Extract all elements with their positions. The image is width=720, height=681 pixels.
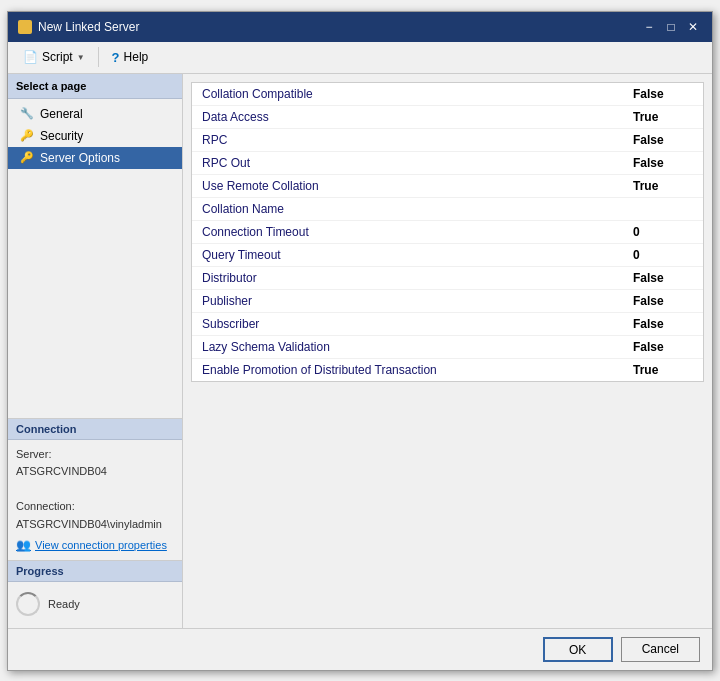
help-button[interactable]: ? Help xyxy=(105,47,156,68)
table-row: SubscriberFalse xyxy=(192,313,703,336)
content-area: Select a page 🔧 General 🔑 Security 🔑 Ser… xyxy=(8,74,712,628)
table-row: Use Remote CollationTrue xyxy=(192,175,703,198)
option-label: Data Access xyxy=(202,110,633,124)
table-row: RPCFalse xyxy=(192,129,703,152)
table-row: Collation CompatibleFalse xyxy=(192,83,703,106)
title-bar: New Linked Server − □ ✕ xyxy=(8,12,712,42)
connection-title: Connection xyxy=(8,419,182,440)
connection-label: Connection: xyxy=(16,500,75,512)
progress-content: Ready xyxy=(16,588,174,620)
script-dropdown-arrow: ▼ xyxy=(77,53,85,62)
main-panel: Collation CompatibleFalseData AccessTrue… xyxy=(183,74,712,628)
option-label: Distributor xyxy=(202,271,633,285)
connection-link-text: View connection properties xyxy=(35,539,167,551)
script-icon: 📄 xyxy=(23,50,38,64)
table-row: Query Timeout0 xyxy=(192,244,703,267)
cancel-button[interactable]: Cancel xyxy=(621,637,700,662)
option-value: False xyxy=(633,271,693,285)
server-label: Server: xyxy=(16,448,51,460)
security-icon: 🔑 xyxy=(20,129,34,142)
option-value: False xyxy=(633,133,693,147)
connection-info: Server: ATSGRCVINDB04 Connection: ATSGRC… xyxy=(16,446,174,534)
option-label: Query Timeout xyxy=(202,248,633,262)
general-icon: 🔧 xyxy=(20,107,34,120)
sidebar-item-security-label: Security xyxy=(40,129,83,143)
option-label: RPC Out xyxy=(202,156,633,170)
connection-section: Connection Server: ATSGRCVINDB04 Connect… xyxy=(8,418,182,560)
option-value: False xyxy=(633,340,693,354)
sidebar-item-server-options[interactable]: 🔑 Server Options xyxy=(8,147,182,169)
sidebar-item-server-options-label: Server Options xyxy=(40,151,120,165)
progress-spinner xyxy=(16,592,40,616)
option-value: 0 xyxy=(633,248,693,262)
sidebar-item-security[interactable]: 🔑 Security xyxy=(8,125,182,147)
table-row: Data AccessTrue xyxy=(192,106,703,129)
close-button[interactable]: ✕ xyxy=(684,18,702,36)
sidebar-item-general-label: General xyxy=(40,107,83,121)
option-label: Connection Timeout xyxy=(202,225,633,239)
window-title: New Linked Server xyxy=(38,20,139,34)
option-value: True xyxy=(633,110,693,124)
view-connection-properties-link[interactable]: 👥 View connection properties xyxy=(16,538,174,552)
option-value: 0 xyxy=(633,225,693,239)
toolbar: 📄 Script ▼ ? Help xyxy=(8,42,712,74)
toolbar-separator xyxy=(98,47,99,67)
connection-link-icon: 👥 xyxy=(16,538,31,552)
connection-value: ATSGRCVINDB04\vinyladmin xyxy=(16,518,162,530)
script-label: Script xyxy=(42,50,73,64)
maximize-button[interactable]: □ xyxy=(662,18,680,36)
server-value: ATSGRCVINDB04 xyxy=(16,465,107,477)
table-row: Collation Name xyxy=(192,198,703,221)
help-icon: ? xyxy=(112,50,120,65)
footer: OK Cancel xyxy=(8,628,712,670)
minimize-button[interactable]: − xyxy=(640,18,658,36)
server-options-icon: 🔑 xyxy=(20,151,34,164)
option-value: False xyxy=(633,156,693,170)
option-label: Publisher xyxy=(202,294,633,308)
table-row: DistributorFalse xyxy=(192,267,703,290)
sidebar-items: 🔧 General 🔑 Security 🔑 Server Options xyxy=(8,99,182,418)
server-label-text: Server: ATSGRCVINDB04 xyxy=(16,446,174,481)
script-button[interactable]: 📄 Script ▼ xyxy=(16,47,92,67)
option-label: Collation Compatible xyxy=(202,87,633,101)
table-row: PublisherFalse xyxy=(192,290,703,313)
help-label: Help xyxy=(124,50,149,64)
progress-title: Progress xyxy=(8,561,182,582)
option-value: True xyxy=(633,179,693,193)
table-row: RPC OutFalse xyxy=(192,152,703,175)
sidebar-header: Select a page xyxy=(8,74,182,99)
option-label: Enable Promotion of Distributed Transact… xyxy=(202,363,633,377)
title-bar-left: New Linked Server xyxy=(18,20,139,34)
table-row: Lazy Schema ValidationFalse xyxy=(192,336,703,359)
options-table: Collation CompatibleFalseData AccessTrue… xyxy=(191,82,704,382)
option-value: True xyxy=(633,363,693,377)
title-controls: − □ ✕ xyxy=(640,18,702,36)
option-value: False xyxy=(633,317,693,331)
progress-section: Progress Ready xyxy=(8,560,182,628)
option-label: Use Remote Collation xyxy=(202,179,633,193)
table-row: Connection Timeout0 xyxy=(192,221,703,244)
connection-label-text: Connection: ATSGRCVINDB04\vinyladmin xyxy=(16,498,174,533)
option-value: False xyxy=(633,87,693,101)
sidebar-item-general[interactable]: 🔧 General xyxy=(8,103,182,125)
option-label: Collation Name xyxy=(202,202,633,216)
progress-status: Ready xyxy=(48,598,80,610)
table-row: Enable Promotion of Distributed Transact… xyxy=(192,359,703,381)
window-icon xyxy=(18,20,32,34)
main-window: New Linked Server − □ ✕ 📄 Script ▼ ? Hel… xyxy=(7,11,713,671)
option-label: RPC xyxy=(202,133,633,147)
sidebar: Select a page 🔧 General 🔑 Security 🔑 Ser… xyxy=(8,74,183,628)
option-value: False xyxy=(633,294,693,308)
ok-button[interactable]: OK xyxy=(543,637,613,662)
option-label: Subscriber xyxy=(202,317,633,331)
option-label: Lazy Schema Validation xyxy=(202,340,633,354)
